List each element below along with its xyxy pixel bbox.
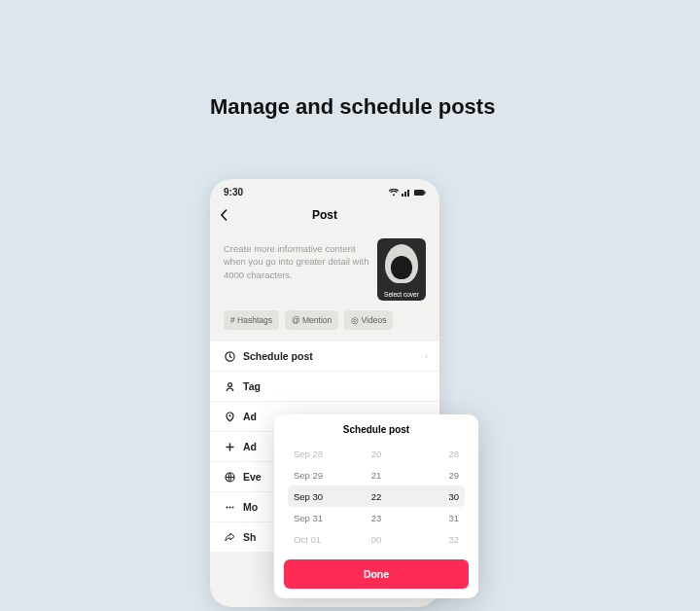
tag-people-row[interactable]: Tag [210, 371, 439, 401]
svg-point-11 [231, 506, 233, 508]
svg-rect-3 [414, 190, 424, 196]
schedule-post-row[interactable]: Schedule post › [210, 341, 439, 371]
chevron-left-icon [220, 209, 228, 221]
signal-icon [402, 189, 411, 197]
back-button[interactable] [220, 209, 228, 221]
share-label: Sh [243, 531, 256, 543]
svg-point-7 [228, 414, 230, 416]
post-header: Post [210, 201, 439, 229]
done-button[interactable]: Done [284, 559, 469, 589]
svg-rect-4 [424, 191, 426, 194]
add-link-label: Ad [243, 441, 257, 452]
picker-row[interactable]: Sep 292129 [288, 464, 465, 485]
location-icon [224, 412, 235, 422]
share-icon [224, 532, 235, 543]
person-icon [224, 381, 235, 392]
page-heading: Manage and schedule posts [210, 93, 495, 121]
caption-input[interactable]: Create more informative content when you… [224, 238, 369, 301]
composer: Create more informative content when you… [210, 229, 439, 301]
svg-point-6 [228, 382, 231, 386]
schedule-popup: Schedule post Sep 282028 Sep 292129 Sep … [274, 414, 478, 598]
post-title: Post [210, 208, 439, 222]
status-icons [389, 189, 426, 197]
picker-row[interactable]: Sep 282028 [288, 443, 465, 464]
status-time: 9:30 [224, 187, 243, 198]
add-location-label: Ad [243, 411, 257, 422]
globe-icon [224, 472, 235, 483]
tag-label: Tag [243, 380, 261, 392]
svg-point-10 [228, 506, 230, 508]
svg-rect-2 [407, 190, 409, 197]
chevron-right-icon: › [425, 351, 428, 361]
chip-row: # Hashtags @ Mention ◎ Videos [210, 301, 439, 341]
svg-point-9 [226, 506, 228, 508]
more-label: Mo [243, 501, 258, 513]
select-cover-label: Select cover [377, 291, 426, 298]
popup-title: Schedule post [274, 424, 478, 435]
plus-icon [224, 442, 235, 452]
wifi-icon [389, 189, 399, 197]
hashtags-chip[interactable]: # Hashtags [224, 310, 279, 330]
status-bar: 9:30 [210, 179, 439, 201]
clock-icon [224, 351, 235, 362]
videos-chip[interactable]: ◎ Videos [344, 310, 393, 330]
picker-row[interactable]: Oct 010032 [288, 528, 465, 550]
date-picker[interactable]: Sep 282028 Sep 292129 Sep 302230 Sep 312… [274, 443, 478, 550]
svg-rect-1 [404, 192, 406, 197]
picker-row[interactable]: Sep 312331 [288, 507, 465, 528]
picker-row-selected[interactable]: Sep 302230 [288, 485, 465, 507]
battery-icon [414, 189, 426, 197]
visibility-label: Eve [243, 471, 262, 483]
mention-chip[interactable]: @ Mention [285, 310, 338, 330]
svg-rect-0 [402, 194, 403, 197]
schedule-label: Schedule post [243, 350, 313, 362]
cover-thumbnail[interactable]: Select cover [377, 238, 426, 301]
more-icon [224, 502, 235, 513]
